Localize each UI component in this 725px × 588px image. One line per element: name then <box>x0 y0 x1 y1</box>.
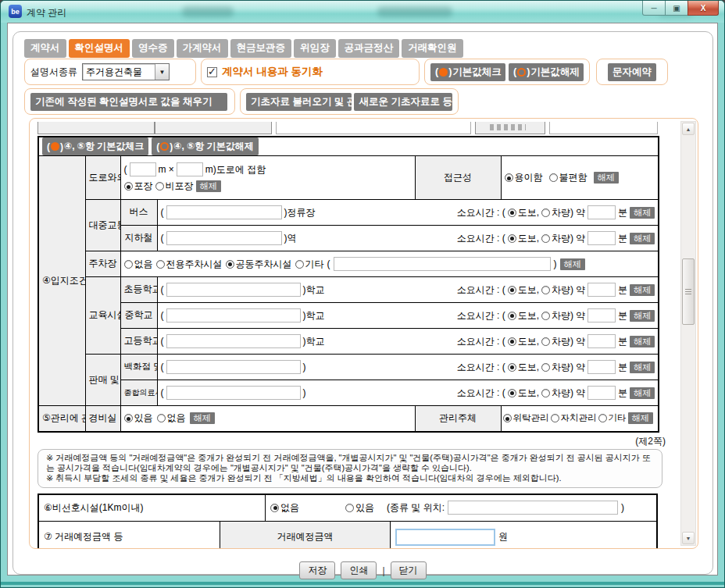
radio-guard-yes[interactable]: 있음 <box>124 412 153 425</box>
release-button[interactable]: 해제 <box>630 233 655 244</box>
radio-icon <box>541 286 550 294</box>
dept-store-input[interactable] <box>166 360 301 374</box>
sms-reserve-button[interactable]: 문자예약 <box>608 63 656 81</box>
radio-label: 있음 <box>355 501 374 515</box>
register-base-data-button[interactable]: 새로운 기초자료로 등록 <box>354 93 452 111</box>
radio-parking-exclusive[interactable]: 전용주차시설 <box>156 258 223 271</box>
radio-dept-walk[interactable]: 도보, <box>508 361 539 374</box>
save-button[interactable]: 저장 <box>299 561 335 579</box>
page-note: (제2쪽) <box>38 435 666 448</box>
release-button[interactable]: 해제 <box>190 412 215 424</box>
tab-계약서[interactable]: 계약서 <box>24 39 66 58</box>
facility-type-input[interactable] <box>448 501 618 515</box>
load-base-data-button[interactable]: 기초자료 불러오기 및 관리 <box>246 93 352 111</box>
middle-school-input[interactable] <box>166 308 301 323</box>
tab-현금보관증[interactable]: 현금보관증 <box>230 39 292 58</box>
section45-clear-button[interactable]: () ④, ⑤항 기본값해제 <box>152 137 258 155</box>
parking-other-input[interactable] <box>334 257 551 271</box>
scroll-down-icon[interactable]: ▼ <box>682 532 695 544</box>
release-button[interactable]: 해제 <box>196 180 221 192</box>
close-button[interactable]: X <box>688 1 719 16</box>
hospital-input[interactable] <box>166 386 301 400</box>
radio-paved[interactable]: 포장 <box>124 180 153 193</box>
elementary-input[interactable] <box>166 283 301 297</box>
radio-parking-none[interactable]: 없음 <box>124 258 153 271</box>
release-button[interactable]: 해제 <box>628 412 653 424</box>
radio-subway-vehicle[interactable]: 차량) <box>541 232 573 245</box>
section45-check-button[interactable]: () ④, ⑤항 기본값체크 <box>42 137 148 155</box>
print-button[interactable]: 인쇄 <box>341 561 377 579</box>
subway-minutes-input[interactable] <box>588 231 616 245</box>
bus-label: 버스 <box>120 200 157 226</box>
radio-bus-walk[interactable]: 도보, <box>508 206 539 219</box>
release-button[interactable]: 해제 <box>630 387 655 399</box>
radio-facility-none[interactable]: 없음 <box>270 501 299 515</box>
close-dialog-button[interactable]: 닫기 <box>391 561 427 579</box>
elementary-minutes-input[interactable] <box>588 283 616 297</box>
radio-access-inconvenient[interactable]: 불편함 <box>549 171 588 184</box>
radio-facility-exists[interactable]: 있음 <box>345 501 374 515</box>
tab-가계약서[interactable]: 가계약서 <box>177 39 228 58</box>
radio-elementary-vehicle[interactable]: 차량) <box>541 283 573 297</box>
high-school-input[interactable] <box>166 334 301 348</box>
radio-access-easy[interactable]: 용이함 <box>505 171 543 184</box>
radio-middle-walk[interactable]: 도보, <box>508 309 539 323</box>
radio-dept-vehicle[interactable]: 차량) <box>541 361 573 374</box>
guard-label: 경비실 <box>85 406 120 432</box>
about-label: 약 <box>576 232 585 245</box>
hospital-minutes-input[interactable] <box>588 386 616 400</box>
radio-mgmt-self[interactable]: 자치관리 <box>551 412 597 424</box>
time-label: 소요시간 : ( <box>457 309 505 323</box>
scrollbar-thumb[interactable] <box>682 258 695 325</box>
clipped-input[interactable] <box>276 122 471 134</box>
clipped-input[interactable] <box>549 122 658 134</box>
release-button[interactable]: 해제 <box>594 172 619 184</box>
subway-station-input[interactable] <box>166 231 282 245</box>
radio-label: 차량) <box>552 206 573 219</box>
release-button[interactable]: 해제 <box>630 362 655 373</box>
road-width2-input[interactable] <box>177 162 203 176</box>
radio-subway-walk[interactable]: 도보, <box>508 232 539 245</box>
title-bar[interactable]: be 계약 관리 ─ ▣ X <box>1 1 724 23</box>
radio-high-vehicle[interactable]: 차량) <box>541 335 573 348</box>
road-width1-input[interactable] <box>130 162 156 176</box>
radio-guard-no[interactable]: 없음 <box>157 412 186 425</box>
expected-price-input[interactable] <box>395 529 495 546</box>
tab-확인설명서[interactable]: 확인설명서 <box>69 39 130 58</box>
vertical-scrollbar[interactable]: ▲ ▼ <box>680 121 696 546</box>
sync-checkbox[interactable] <box>207 67 217 77</box>
release-button[interactable]: 해제 <box>560 258 585 270</box>
radio-high-walk[interactable]: 도보, <box>508 335 539 348</box>
bus-stop-input[interactable] <box>166 205 282 219</box>
maximize-button[interactable]: ▣ <box>665 1 688 16</box>
radio-parking-other[interactable]: 기타 <box>295 258 324 271</box>
dept-store-minutes-input[interactable] <box>588 360 616 374</box>
chevron-down-icon[interactable]: ▼ <box>155 64 169 80</box>
tab-위임장[interactable]: 위임장 <box>294 39 336 58</box>
radio-mgmt-other[interactable]: 기타 <box>598 412 627 424</box>
radio-hospital-walk[interactable]: 도보, <box>508 387 539 400</box>
release-button[interactable]: 해제 <box>630 284 655 296</box>
default-check-button[interactable]: () 기본값체크 <box>430 63 505 81</box>
radio-parking-shared[interactable]: 공동주차시설 <box>226 258 292 271</box>
high-school-minutes-input[interactable] <box>588 334 616 348</box>
bus-minutes-input[interactable] <box>588 205 616 219</box>
radio-hospital-vehicle[interactable]: 차량) <box>541 387 573 400</box>
fill-from-existing-button[interactable]: 기존에 작성된 확인설명서로 값을 채우기 <box>30 93 227 111</box>
radio-elementary-walk[interactable]: 도보, <box>508 283 539 297</box>
radio-mgmt-entrust[interactable]: 위탁관리 <box>503 412 549 424</box>
release-button[interactable]: 해제 <box>630 207 655 219</box>
release-button[interactable]: 해제 <box>630 310 655 322</box>
radio-middle-vehicle[interactable]: 차량) <box>541 309 573 323</box>
doc-type-select[interactable]: 주거용건축물 ▼ <box>82 63 170 80</box>
radio-unpaved[interactable]: 비포장 <box>155 180 194 193</box>
minimize-button[interactable]: ─ <box>642 1 666 16</box>
scroll-up-icon[interactable]: ▲ <box>682 123 695 135</box>
radio-bus-vehicle[interactable]: 차량) <box>541 206 573 219</box>
tab-거래확인원[interactable]: 거래확인원 <box>402 39 463 58</box>
tab-영수증[interactable]: 영수증 <box>132 39 174 58</box>
release-button[interactable]: 해제 <box>630 336 655 347</box>
tab-공과금정산[interactable]: 공과금정산 <box>338 39 400 58</box>
default-clear-button[interactable]: () 기본값해제 <box>509 63 584 81</box>
middle-school-minutes-input[interactable] <box>588 308 616 323</box>
